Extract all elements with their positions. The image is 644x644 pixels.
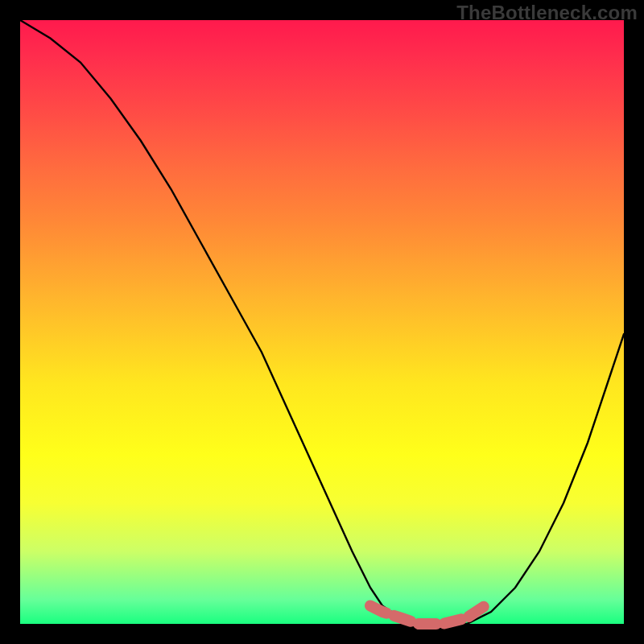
chart-frame: TheBottleneck.com [0,0,644,644]
bottleneck-curve-path [20,20,624,624]
watermark-text: TheBottleneck.com [456,2,638,24]
optimal-flat-marker [370,606,485,625]
chart-svg [20,20,624,624]
